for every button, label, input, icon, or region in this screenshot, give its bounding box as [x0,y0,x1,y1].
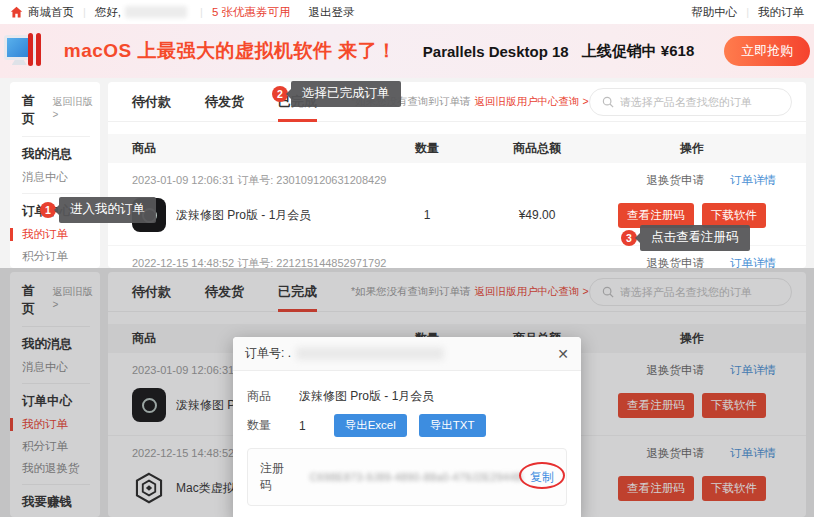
sidebar-item-points-orders[interactable]: 积分订单 [22,249,100,264]
step3-tooltip: 点击查看注册码 [640,225,750,251]
help-center-link[interactable]: 帮助中心 [691,5,737,20]
col-qty: 数量 [382,140,472,157]
greeting-text: 您好, [95,5,121,20]
search-input[interactable] [620,96,779,108]
banner-promo-text: 上线促销中 ¥618 [582,42,695,61]
regcode-box: 注册码 C698E873-9J89-4890-88a0-479J2E2944B … [247,448,567,506]
refund-link[interactable]: 退换货申请 [647,173,705,188]
tabs-row: 待付款 待发货 已完成 *如果您没有查询到订单请 返回旧版用户中心查询 > [108,82,806,122]
modal-qty-label: 数量 [247,417,299,434]
order-date-number: 2022-12-15 14:48:52 订单号: 221215144852971… [132,256,386,268]
view-regcode-button[interactable]: 查看注册码 [618,203,694,228]
modal-qty-value: 1 [299,419,306,433]
order-search-box [589,88,792,116]
download-software-button[interactable]: 下载软件 [702,203,766,228]
table-header: 商品 数量 商品总额 操作 [108,134,806,163]
username-blur [125,6,187,18]
export-excel-button[interactable]: 导出Excel [334,414,407,437]
divider [22,136,90,137]
promo-banner: macOS 上最强大的虚拟机软件 来了！ Parallels Desktop 1… [0,24,814,78]
regcode-value-blurred: C698E873-9J89-4890-88a0-479J2E2944B [310,471,522,483]
coupons-link[interactable]: 5 张优惠券可用 [212,5,291,20]
step3-annotation: 3 点击查看注册码 [621,225,750,251]
tab-pending-shipment[interactable]: 待发货 [205,82,244,122]
order-total: ¥49.00 [472,208,602,222]
order-detail-link[interactable]: 订单详情 [730,173,776,188]
banner-headline: macOS 上最强大的虚拟机软件 来了！ [64,38,397,64]
divider: | [200,6,203,18]
order-date-number: 2023-01-09 12:06:31 订单号: 230109120631208… [132,173,386,188]
order-meta-row: 2023-01-09 12:06:31 订单号: 230109120631208… [108,163,806,192]
copy-link[interactable]: 复制 [530,470,554,484]
modal-order-label: 订单号: . [245,345,291,362]
divider: | [83,6,86,18]
divider: | [746,6,749,18]
product-name: 泼辣修图 Pro版 - 1月会员 [176,207,311,224]
refund-link[interactable]: 退换货申请 [647,256,705,268]
lower-order-section: 首页 返回旧版 > 我的消息 消息中心 订单中心 我的订单 积分订单 我的退换货… [0,268,814,517]
my-orders-link[interactable]: 我的订单 [758,5,804,20]
sidebar-title-messages: 我的消息 [22,146,100,163]
old-center-link[interactable]: 返回旧版用户中心查询 > [475,95,589,109]
modal-body: 商品 泼辣修图 Pro版 - 1月会员 数量 1 导出Excel 导出TXT 注… [233,371,581,517]
order-detail-link[interactable]: 订单详情 [730,256,776,268]
step2-tooltip: 选择已完成订单 [291,81,401,107]
modal-product-label: 商品 [247,388,299,405]
close-icon[interactable]: ✕ [557,347,569,361]
regcode-label: 注册码 [260,460,296,494]
topbar: 商城首页 | 您好, | 5 张优惠券可用 退出登录 帮助中心 | 我的订单 [0,0,814,24]
order-qty: 1 [382,208,472,222]
col-product: 商品 [132,140,382,157]
sidebar-item-message-center[interactable]: 消息中心 [22,170,100,185]
col-action: 操作 [602,140,782,157]
parallels-logo-icon [4,33,48,69]
sidebar: 首页 返回旧版 > 我的消息 消息中心 订单中心 我的订单 积分订单 我的退换货 [10,82,100,268]
sidebar-item-my-orders[interactable]: 我的订单 [22,227,100,242]
regcode-modal: 订单号: . ✕ 商品 泼辣修图 Pro版 - 1月会员 数量 1 导出Exce… [233,337,581,517]
tab-pending-payment[interactable]: 待付款 [132,82,171,122]
step2-annotation: 2 选择已完成订单 [272,81,401,107]
col-total: 商品总额 [472,140,602,157]
modal-product-value: 泼辣修图 Pro版 - 1月会员 [299,388,434,405]
home-icon [10,6,23,19]
divider [22,193,90,194]
search-icon [602,96,614,108]
modal-header: 订单号: . ✕ [233,337,581,371]
export-txt-button[interactable]: 导出TXT [419,414,486,437]
mall-home-link[interactable]: 商城首页 [28,5,74,20]
logout-link[interactable]: 退出登录 [309,5,355,20]
upper-order-section: 首页 返回旧版 > 我的消息 消息中心 订单中心 我的订单 积分订单 我的退换货… [0,78,814,268]
banner-product-name: Parallels Desktop 18 [423,43,569,60]
order-number-blur [296,347,444,360]
back-to-old-link[interactable]: 返回旧版 > [52,95,100,120]
step1-annotation: 1 进入我的订单 [40,197,156,223]
step1-tooltip: 进入我的订单 [59,197,156,223]
sidebar-home[interactable]: 首页 [22,92,47,128]
buy-now-button[interactable]: 立即抢购 [724,36,810,66]
